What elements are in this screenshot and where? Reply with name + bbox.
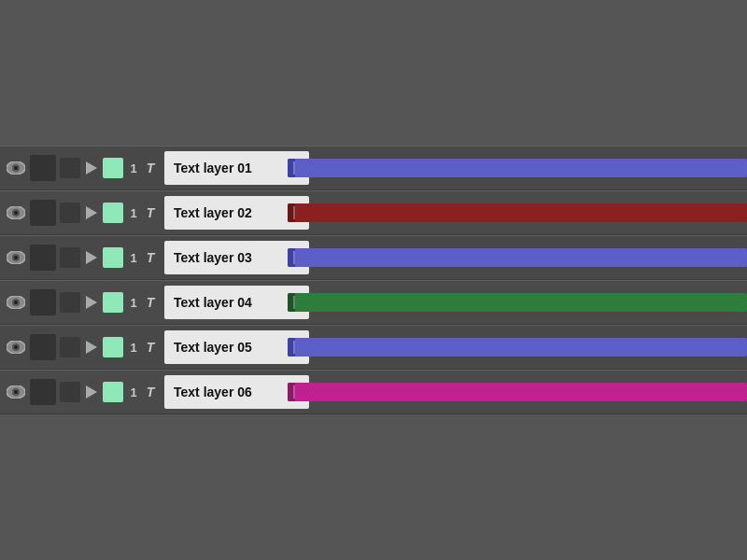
bar-handle[interactable] xyxy=(288,248,295,267)
layer-solo-button[interactable] xyxy=(60,292,80,313)
timeline-bar[interactable] xyxy=(288,293,747,312)
play-icon[interactable] xyxy=(84,161,99,175)
eye-icon[interactable] xyxy=(6,247,26,268)
layer-number: 1 xyxy=(127,161,140,175)
layer-number: 1 xyxy=(127,341,140,355)
timeline-panel: 1 T Text layer 01 xyxy=(0,0,747,560)
layer-number: 1 xyxy=(127,251,140,265)
layer-controls: 1 T Text layer 02 xyxy=(0,191,280,234)
layer-solo-button[interactable] xyxy=(60,203,80,223)
eye-icon[interactable] xyxy=(6,203,26,223)
timeline-bar[interactable] xyxy=(288,203,747,222)
play-icon[interactable] xyxy=(84,205,99,220)
text-type-icon: T xyxy=(144,250,157,265)
timeline-bar[interactable] xyxy=(288,248,747,267)
layer-controls: 1 T Text layer 06 xyxy=(0,371,280,413)
layer-solo-button[interactable] xyxy=(60,382,80,402)
layer-color-swatch-dark[interactable] xyxy=(30,379,56,405)
layer-controls: 1 T Text layer 01 xyxy=(0,147,280,189)
layer-swatch[interactable] xyxy=(103,337,123,357)
layer-timeline-area[interactable] xyxy=(280,191,747,234)
svg-point-22 xyxy=(14,390,18,394)
layer-number: 1 xyxy=(127,385,140,399)
layer-row: 1 T Text layer 06 xyxy=(0,370,747,414)
svg-point-18 xyxy=(14,345,18,349)
layer-swatch[interactable] xyxy=(103,247,123,268)
layer-color-swatch-dark[interactable] xyxy=(30,155,56,181)
play-icon[interactable] xyxy=(84,340,99,355)
layer-number: 1 xyxy=(127,206,140,220)
timeline-bar[interactable] xyxy=(288,159,747,177)
layer-timeline-area[interactable] xyxy=(280,147,747,189)
layer-controls: 1 T Text layer 05 xyxy=(0,326,280,369)
layer-color-swatch-dark[interactable] xyxy=(30,289,56,315)
layer-timeline-area[interactable] xyxy=(280,371,747,413)
layer-controls: 1 T Text layer 04 xyxy=(0,281,280,324)
eye-icon[interactable] xyxy=(6,337,26,357)
svg-point-14 xyxy=(14,301,18,304)
eye-icon[interactable] xyxy=(6,158,26,178)
layer-solo-button[interactable] xyxy=(60,337,80,357)
layer-swatch[interactable] xyxy=(103,382,123,402)
bar-handle[interactable] xyxy=(288,383,295,401)
svg-point-2 xyxy=(14,166,18,170)
bar-handle[interactable] xyxy=(288,338,295,357)
layer-swatch[interactable] xyxy=(103,292,123,313)
layer-timeline-area[interactable] xyxy=(280,281,747,324)
bar-handle[interactable] xyxy=(288,203,295,222)
layer-timeline-area[interactable] xyxy=(280,326,747,369)
eye-icon[interactable] xyxy=(6,382,26,402)
timeline-bar[interactable] xyxy=(288,383,747,401)
text-type-icon: T xyxy=(144,161,157,175)
svg-point-6 xyxy=(14,211,18,215)
bar-handle[interactable] xyxy=(288,159,295,177)
layer-row: 1 T Text layer 04 xyxy=(0,280,747,325)
play-icon[interactable] xyxy=(84,250,99,265)
layer-swatch[interactable] xyxy=(103,203,123,223)
text-type-icon: T xyxy=(144,295,157,310)
timeline-bar[interactable] xyxy=(288,338,747,357)
layer-swatch[interactable] xyxy=(103,158,123,178)
layer-color-swatch-dark[interactable] xyxy=(30,200,56,226)
layer-row: 1 T Text layer 05 xyxy=(0,325,747,370)
layer-solo-button[interactable] xyxy=(60,158,80,178)
text-type-icon: T xyxy=(144,340,157,355)
eye-icon[interactable] xyxy=(6,292,26,313)
layer-row: 1 T Text layer 03 xyxy=(0,235,747,280)
layer-number: 1 xyxy=(127,296,140,310)
layer-timeline-area[interactable] xyxy=(280,236,747,279)
text-type-icon: T xyxy=(144,385,157,399)
layer-color-swatch-dark[interactable] xyxy=(30,334,56,360)
play-icon[interactable] xyxy=(84,385,99,399)
layer-solo-button[interactable] xyxy=(60,247,80,268)
layer-color-swatch-dark[interactable] xyxy=(30,245,56,271)
layer-controls: 1 T Text layer 03 xyxy=(0,236,280,279)
svg-point-10 xyxy=(14,256,18,259)
bar-handle[interactable] xyxy=(288,293,295,312)
play-icon[interactable] xyxy=(84,295,99,310)
layer-row: 1 T Text layer 01 xyxy=(0,146,747,190)
text-type-icon: T xyxy=(144,205,157,220)
layer-row: 1 T Text layer 02 xyxy=(0,190,747,235)
